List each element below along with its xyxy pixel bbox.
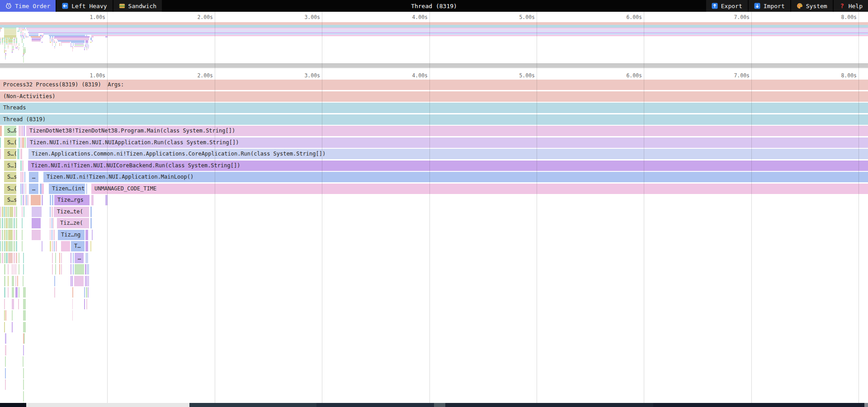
flame-frame[interactable]: [15, 264, 16, 274]
flame-frame[interactable]: [55, 253, 56, 263]
flame-frame[interactable]: [24, 184, 24, 194]
horizontal-scrollbar[interactable]: [0, 403, 868, 407]
flame-frame[interactable]: [87, 264, 89, 274]
flame-frame[interactable]: [16, 207, 17, 217]
flame-frame[interactable]: [23, 195, 24, 205]
flame-frame[interactable]: [86, 276, 87, 286]
help-button[interactable]: ? Help: [834, 0, 868, 12]
flame-frame[interactable]: [5, 310, 6, 321]
flame-frame[interactable]: [5, 356, 6, 367]
flame-frame[interactable]: [12, 322, 13, 332]
system-theme-button[interactable]: System: [791, 0, 833, 12]
flame-frame[interactable]: [24, 333, 25, 344]
flame-frame[interactable]: [12, 310, 13, 321]
flame-frame[interactable]: [4, 241, 5, 251]
flame-frame[interactable]: [6, 218, 8, 228]
flame-frame[interactable]: [15, 287, 18, 298]
flame-frame[interactable]: [72, 276, 73, 286]
flame-frame[interactable]: [0, 230, 1, 240]
flame-frame[interactable]: [4, 276, 5, 286]
flame-frame[interactable]: [23, 299, 26, 309]
flame-frame[interactable]: [25, 184, 26, 194]
flame-frame[interactable]: [90, 207, 92, 217]
flame-frame[interactable]: [23, 310, 26, 321]
flame-frame[interactable]: [2, 218, 3, 228]
flame-frame[interactable]: [0, 218, 1, 228]
flame-frame[interactable]: [12, 287, 14, 298]
flame-frame[interactable]: [52, 195, 53, 205]
flame-frame[interactable]: [18, 299, 19, 309]
flame-frame[interactable]: [17, 276, 18, 286]
flame-frame[interactable]: Threads: [0, 103, 868, 113]
flame-frame[interactable]: [42, 184, 44, 194]
flame-frame[interactable]: [21, 195, 22, 205]
flame-frame[interactable]: [0, 137, 1, 148]
flame-frame[interactable]: [20, 149, 22, 159]
tab-left-heavy[interactable]: Left Heavy: [57, 0, 112, 12]
flame-frame[interactable]: [22, 207, 23, 217]
flame-frame[interactable]: [84, 299, 85, 309]
flame-frame[interactable]: [14, 264, 14, 274]
flame-frame[interactable]: [50, 230, 51, 240]
flame-frame[interactable]: [85, 264, 86, 274]
flame-frame[interactable]: [5, 368, 6, 379]
export-button[interactable]: Export: [706, 0, 748, 12]
flame-frame[interactable]: [8, 276, 9, 286]
flame-frame[interactable]: [22, 161, 24, 171]
flame-frame[interactable]: [19, 264, 19, 274]
flame-frame[interactable]: [5, 379, 6, 390]
minimap-overview[interactable]: [0, 22, 868, 63]
flame-frame[interactable]: [5, 333, 6, 344]
flame-frame[interactable]: [61, 253, 62, 263]
flame-frame[interactable]: [50, 241, 51, 251]
flame-frame[interactable]: [14, 253, 15, 263]
flame-frame[interactable]: [59, 253, 60, 263]
flame-frame[interactable]: Tize…rgs: [54, 195, 90, 205]
flame-frame[interactable]: [16, 230, 17, 240]
flame-frame[interactable]: [19, 137, 20, 148]
flame-frame[interactable]: [71, 276, 71, 286]
flame-frame[interactable]: [54, 241, 55, 251]
flame-frame[interactable]: [23, 276, 24, 286]
flame-frame[interactable]: [12, 276, 14, 286]
flame-frame[interactable]: [19, 253, 19, 263]
flame-frame[interactable]: [22, 137, 24, 148]
flame-frame[interactable]: [72, 310, 73, 321]
flame-frame[interactable]: Process32 Process(8319) (8319) Args:: [0, 80, 868, 90]
flame-frame[interactable]: [22, 241, 23, 251]
flame-frame[interactable]: [86, 299, 87, 309]
flame-frame[interactable]: [2, 207, 3, 217]
flame-frame[interactable]: [4, 218, 5, 228]
flame-frame[interactable]: [50, 218, 51, 228]
flame-frame[interactable]: [24, 137, 26, 148]
flame-frame[interactable]: [85, 253, 88, 263]
flame-frame[interactable]: [54, 287, 55, 298]
flame-frame[interactable]: [52, 241, 53, 251]
flame-frame[interactable]: [8, 287, 9, 298]
flame-frame[interactable]: [73, 264, 74, 274]
flame-frame[interactable]: [86, 184, 87, 194]
flame-frame[interactable]: [74, 276, 84, 286]
flame-frame[interactable]: [0, 241, 1, 251]
flame-frame[interactable]: [25, 195, 26, 205]
flame-frame[interactable]: Tiz…ze(: [57, 218, 89, 228]
flame-frame[interactable]: [4, 287, 5, 298]
flame-frame[interactable]: [23, 253, 24, 263]
flame-frame[interactable]: [6, 253, 8, 263]
flame-frame[interactable]: S…(: [4, 184, 16, 194]
flame-frame[interactable]: [23, 264, 24, 274]
flame-frame[interactable]: [32, 230, 41, 240]
flame-frame[interactable]: [23, 287, 26, 298]
flame-frame[interactable]: [15, 276, 16, 286]
flame-frame[interactable]: [28, 195, 28, 205]
flame-frame[interactable]: [0, 149, 1, 159]
flame-frame[interactable]: [14, 218, 15, 228]
flame-frame[interactable]: [61, 264, 62, 274]
flame-frame[interactable]: [26, 195, 27, 205]
flame-frame[interactable]: S…(: [4, 149, 16, 159]
flame-frame[interactable]: [73, 253, 74, 263]
tab-time-order[interactable]: Time Order: [0, 0, 56, 12]
flame-frame[interactable]: [4, 322, 5, 332]
flame-frame[interactable]: [14, 241, 15, 251]
flame-frame[interactable]: [56, 241, 57, 251]
